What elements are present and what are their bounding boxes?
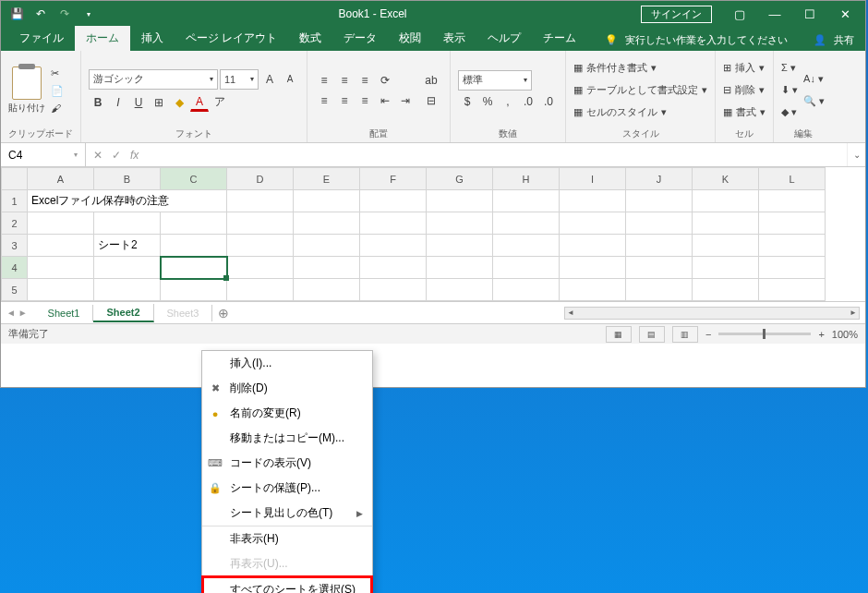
col-header[interactable]: I xyxy=(560,168,626,190)
enter-fx-icon[interactable]: ✓ xyxy=(112,149,121,162)
autosum-button[interactable]: Σ ▾ xyxy=(781,58,798,79)
tab-team[interactable]: チーム xyxy=(532,26,587,51)
fill-button[interactable]: ⬇ ▾ xyxy=(781,80,798,101)
col-header[interactable]: A xyxy=(28,168,94,190)
col-header[interactable]: D xyxy=(227,168,294,190)
bold-button[interactable]: B xyxy=(89,93,107,112)
sheet-tab[interactable]: Sheet1 xyxy=(35,305,94,321)
font-name-select[interactable]: 游ゴシック▾ xyxy=(89,69,218,90)
format-cells-button[interactable]: ▦書式 ▾ xyxy=(723,103,766,123)
col-header[interactable]: C xyxy=(161,168,227,190)
find-select-button[interactable]: 🔍 ▾ xyxy=(803,91,825,112)
row-header[interactable]: 1 xyxy=(2,190,28,212)
italic-button[interactable]: I xyxy=(109,93,127,112)
number-format-select[interactable]: 標準▾ xyxy=(458,70,532,91)
ribbon-options-icon[interactable]: ▢ xyxy=(723,3,756,25)
align-center-icon[interactable]: ≡ xyxy=(335,91,354,110)
save-icon[interactable]: 💾 xyxy=(6,4,27,24)
redo-icon[interactable]: ↷ xyxy=(54,4,75,24)
tab-pagelayout[interactable]: ページ レイアウト xyxy=(175,26,288,51)
ctx-select-all-sheets[interactable]: すべてのシートを選択(S) xyxy=(202,576,372,593)
font-size-select[interactable]: 11▾ xyxy=(220,69,259,90)
fx-icon[interactable]: fx xyxy=(130,149,139,162)
ctx-insert[interactable]: 挿入(I)... xyxy=(202,351,372,376)
ctx-protect[interactable]: 🔒シートの保護(P)... xyxy=(202,476,372,501)
sheet-tab[interactable]: Sheet3 xyxy=(154,305,213,321)
col-header[interactable]: B xyxy=(94,168,161,190)
col-header[interactable]: K xyxy=(693,168,759,190)
fill-color-button[interactable]: ◆ xyxy=(170,93,188,112)
tab-insert[interactable]: 挿入 xyxy=(130,26,175,51)
currency-icon[interactable]: $ xyxy=(458,92,476,111)
tab-view[interactable]: 表示 xyxy=(432,26,476,51)
align-bot-icon[interactable]: ≡ xyxy=(356,71,374,90)
comma-icon[interactable]: , xyxy=(499,92,517,111)
underline-button[interactable]: U xyxy=(129,93,148,112)
align-left-icon[interactable]: ≡ xyxy=(315,91,333,110)
font-color-button[interactable]: A xyxy=(190,93,209,112)
increase-font-icon[interactable]: A xyxy=(260,70,279,89)
zoom-in-button[interactable]: + xyxy=(818,329,824,340)
ctx-hide[interactable]: 非表示(H) xyxy=(202,526,372,551)
align-top-icon[interactable]: ≡ xyxy=(315,71,333,90)
close-button[interactable]: ✕ xyxy=(828,3,862,25)
tab-data[interactable]: データ xyxy=(332,26,388,51)
active-cell[interactable] xyxy=(161,257,227,279)
sheet-nav[interactable]: ◄ ► xyxy=(6,308,35,318)
percent-icon[interactable]: % xyxy=(478,92,497,111)
cell[interactable]: シート2 xyxy=(94,235,161,257)
dec-decimal-icon[interactable]: .0 xyxy=(539,92,558,111)
insert-cells-button[interactable]: ⊞挿入 ▾ xyxy=(723,58,766,79)
normal-view-icon[interactable]: ▦ xyxy=(606,326,632,343)
tellme-input[interactable]: 実行したい作業を入力してください xyxy=(625,33,788,47)
border-button[interactable]: ⊞ xyxy=(150,93,168,112)
conditional-format-button[interactable]: ▦条件付き書式 ▾ xyxy=(573,58,707,79)
ctx-viewcode[interactable]: ⌨コードの表示(V) xyxy=(202,451,372,476)
sort-filter-button[interactable]: A↓ ▾ xyxy=(803,69,825,90)
indent-dec-icon[interactable]: ⇤ xyxy=(376,91,394,110)
minimize-button[interactable]: — xyxy=(758,3,791,25)
row-header[interactable]: 4 xyxy=(2,257,28,279)
decrease-font-icon[interactable]: A xyxy=(281,70,299,89)
row-header[interactable]: 3 xyxy=(2,235,28,257)
col-header[interactable]: H xyxy=(493,168,560,190)
formula-input[interactable] xyxy=(146,143,847,166)
paste-button[interactable]: 貼り付け xyxy=(8,67,45,115)
signin-button[interactable]: サインイン xyxy=(641,6,712,23)
share-button[interactable]: 共有 xyxy=(834,33,854,47)
select-all-corner[interactable] xyxy=(2,168,28,190)
page-layout-view-icon[interactable]: ▤ xyxy=(639,326,665,343)
name-box[interactable]: C4▾ xyxy=(1,143,86,166)
copy-icon[interactable]: 📄 xyxy=(51,85,64,97)
col-header[interactable]: G xyxy=(427,168,493,190)
ctx-rename[interactable]: ●名前の変更(R) xyxy=(202,401,372,426)
zoom-out-button[interactable]: − xyxy=(705,329,711,340)
cancel-fx-icon[interactable]: ✕ xyxy=(93,149,102,162)
horizontal-scrollbar[interactable] xyxy=(564,307,860,320)
zoom-level[interactable]: 100% xyxy=(832,329,858,340)
col-header[interactable]: L xyxy=(759,168,826,190)
new-sheet-button[interactable]: ⊕ xyxy=(212,306,235,321)
tab-formulas[interactable]: 数式 xyxy=(288,26,332,51)
cut-icon[interactable]: ✂ xyxy=(51,67,64,79)
ctx-tabcolor[interactable]: シート見出しの色(T)▶ xyxy=(202,501,372,526)
ctx-delete[interactable]: ✖削除(D) xyxy=(202,376,372,401)
col-header[interactable]: F xyxy=(360,168,427,190)
wrap-text-icon[interactable]: ab xyxy=(420,71,442,90)
tab-review[interactable]: 校閲 xyxy=(388,26,432,51)
row-header[interactable]: 2 xyxy=(2,212,28,235)
cell[interactable]: Excelファイル保存時の注意 xyxy=(28,190,227,212)
sheet-tab-active[interactable]: Sheet2 xyxy=(93,304,153,322)
col-header[interactable]: E xyxy=(294,168,360,190)
row-header[interactable]: 5 xyxy=(2,279,28,301)
cell-style-button[interactable]: ▦セルのスタイル ▾ xyxy=(573,103,707,123)
maximize-button[interactable]: ☐ xyxy=(793,3,826,25)
delete-cells-button[interactable]: ⊟削除 ▾ xyxy=(723,80,766,101)
phonetic-button[interactable]: ア xyxy=(211,93,229,112)
clear-button[interactable]: ◆ ▾ xyxy=(781,103,798,123)
orientation-icon[interactable]: ⟳ xyxy=(376,71,394,90)
page-break-view-icon[interactable]: ▥ xyxy=(672,326,698,343)
table-format-button[interactable]: ▦テーブルとして書式設定 ▾ xyxy=(573,80,707,101)
align-right-icon[interactable]: ≡ xyxy=(356,91,374,110)
zoom-slider[interactable] xyxy=(718,333,811,335)
